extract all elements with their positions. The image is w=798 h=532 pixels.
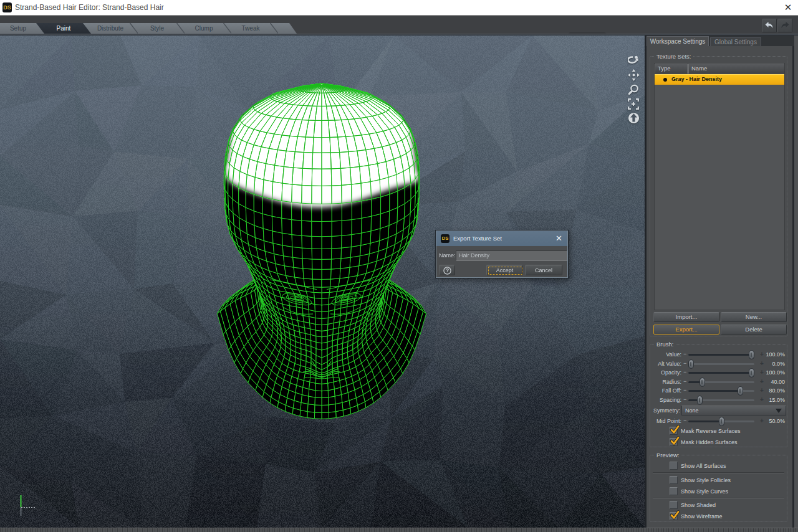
texture-sets-table[interactable]: Type Name Gray - Hair Density (654, 63, 785, 310)
slider-increment[interactable]: + (760, 351, 764, 358)
checkbox[interactable] (670, 501, 678, 509)
accept-button[interactable]: Accept (486, 265, 523, 275)
tab-separator (176, 23, 185, 34)
slider-thumb[interactable] (749, 350, 754, 359)
frame-tool-icon[interactable] (627, 97, 640, 111)
texture-sets-label: Texture Sets: (655, 53, 693, 60)
symmetry-dropdown[interactable]: None (681, 406, 786, 416)
slider-decrement[interactable]: − (683, 351, 686, 357)
checkbox[interactable] (670, 427, 678, 435)
slider-increment[interactable]: + (760, 396, 764, 403)
redo-button[interactable] (777, 19, 792, 32)
slider-radius: Radius: − + 40.00 (650, 378, 788, 387)
import-button[interactable]: Import... (653, 312, 719, 322)
export-texture-set-dialog: DS Export Texture Set ✕ Name: Hair Densi… (435, 230, 569, 278)
type-bullet-icon (663, 78, 667, 82)
divider (653, 498, 784, 499)
table-row-selected[interactable]: Gray - Hair Density (655, 74, 784, 85)
checkbox[interactable] (670, 476, 678, 484)
slider-increment[interactable]: + (760, 369, 764, 376)
dialog-title-bar[interactable]: DS Export Texture Set ✕ (436, 231, 567, 246)
viewport-3d[interactable]: DS Export Texture Set ✕ Name: Hair Densi… (0, 36, 645, 528)
slider-fill (688, 354, 754, 356)
slider-track[interactable] (688, 372, 754, 374)
slider-track[interactable] (688, 420, 754, 422)
slider-value: Value: − + 100.0% (650, 350, 788, 359)
checkbox[interactable] (670, 512, 678, 520)
right-panel: Workspace Settings Global Settings Textu… (645, 36, 798, 528)
slider-thumb[interactable] (699, 378, 705, 387)
slider-decrement[interactable]: − (683, 360, 686, 366)
new-button[interactable]: New... (721, 312, 787, 322)
slider-thumb[interactable] (749, 368, 754, 378)
slider-increment[interactable]: + (760, 378, 764, 385)
orbit-tool-icon[interactable] (627, 54, 640, 68)
tab-workspace-settings[interactable]: Workspace Settings (647, 36, 709, 46)
column-header-type[interactable]: Type (655, 64, 688, 74)
slider-thumb[interactable] (719, 417, 724, 426)
help-button[interactable]: ? (439, 265, 455, 275)
dialog-close-icon[interactable]: ✕ (555, 234, 562, 243)
preview-group: Preview: Show All Surfaces Show Style Fo… (650, 455, 787, 522)
dialog-separator (437, 263, 567, 264)
tab-separator (223, 23, 231, 34)
title-bar: DS Strand-Based Hair Editor: Strand-Base… (0, 0, 798, 16)
symmetry-value: None (685, 407, 699, 414)
slider-value: 15.0% (769, 397, 785, 403)
name-input[interactable]: Hair Density (456, 250, 567, 261)
undo-button[interactable] (762, 19, 777, 32)
window-close-icon[interactable]: ✕ (783, 2, 793, 12)
undo-icon (764, 21, 774, 30)
checkbox[interactable] (670, 462, 678, 470)
slider-decrement[interactable]: − (683, 417, 686, 424)
slider-track[interactable] (688, 399, 754, 401)
cancel-button[interactable]: Cancel (525, 265, 562, 275)
pan-tool-icon[interactable] (627, 68, 640, 82)
slider-track[interactable] (688, 381, 754, 383)
slider-increment[interactable]: + (760, 417, 764, 424)
home-tool-icon[interactable] (627, 111, 640, 125)
column-header-name[interactable]: Name (688, 64, 784, 74)
slider-decrement[interactable]: − (683, 378, 686, 384)
slider-fill (688, 390, 741, 392)
delete-button[interactable]: Delete (721, 325, 787, 335)
checkbox[interactable] (670, 438, 678, 446)
checkbox-label: Show Shaded (681, 502, 716, 508)
help-icon: ? (443, 267, 451, 275)
slider-increment[interactable]: + (760, 387, 764, 394)
tab-paint[interactable]: Paint (36, 23, 91, 34)
slider-decrement[interactable]: − (683, 396, 686, 402)
slider-track[interactable] (688, 390, 754, 392)
chevron-down-icon (776, 409, 782, 413)
checkbox[interactable] (670, 487, 678, 495)
slider-decrement[interactable]: − (683, 387, 686, 393)
checkbox-label: Show Style Curves (681, 488, 728, 495)
slider-decrement[interactable]: − (683, 369, 686, 375)
redo-icon (780, 21, 790, 30)
export-button[interactable]: Export... (653, 325, 719, 335)
zoom-tool-icon[interactable] (627, 82, 640, 97)
slider-thumb[interactable] (688, 359, 694, 369)
dialog-name-row: Name: Hair Density (436, 249, 567, 263)
checkbox-label: Mask Hidden Surfaces (681, 439, 738, 445)
slider-value: 50.0% (769, 418, 785, 424)
symmetry-label: Symmetry: (653, 407, 680, 414)
slider-thumb[interactable] (738, 386, 743, 396)
dialog-ds-icon: DS (441, 234, 449, 243)
slider-value: 80.0% (769, 387, 785, 394)
app-window: DS Strand-Based Hair Editor: Strand-Base… (0, 0, 798, 532)
app-icon: DS (2, 2, 12, 12)
viewport-canvas[interactable] (0, 36, 645, 528)
slider-increment[interactable]: + (760, 360, 764, 367)
slider-label: Spacing: (660, 397, 681, 403)
divider (653, 472, 784, 473)
check-icon (670, 436, 680, 446)
slider-track[interactable] (688, 354, 754, 356)
viewport-toolbar (627, 54, 640, 125)
focus-rect (487, 265, 524, 276)
slider-thumb[interactable] (697, 396, 703, 405)
checkbox-label: Mask Reverse Surfaces (681, 428, 741, 434)
tab-global-settings[interactable]: Global Settings (710, 37, 761, 46)
slider-track[interactable] (688, 363, 754, 365)
slider-falloff: Fall Off: − + 80.0% (650, 386, 788, 396)
